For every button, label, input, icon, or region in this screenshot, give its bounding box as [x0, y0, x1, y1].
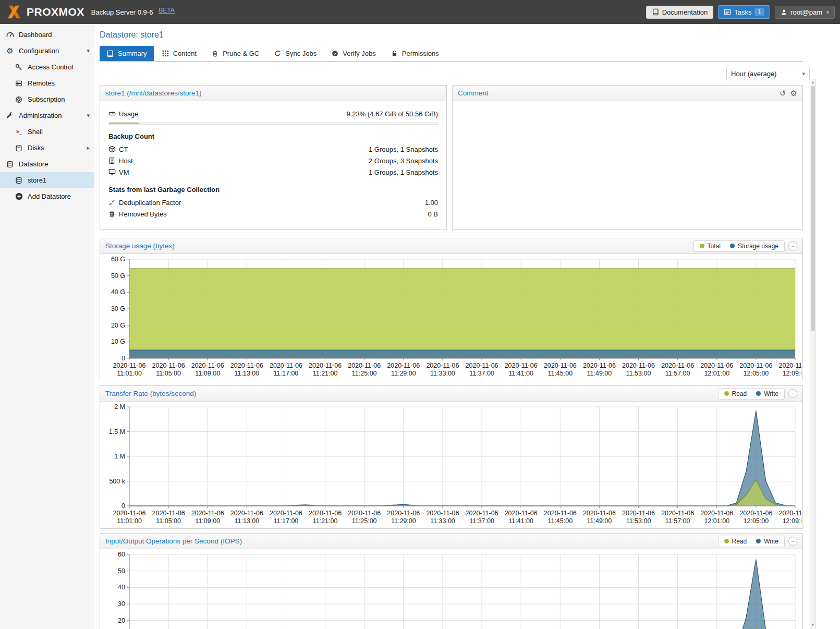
svg-text:2020-11-06: 2020-11-06: [505, 362, 538, 369]
svg-text:2020-11-06: 2020-11-06: [583, 510, 616, 517]
sidebar: Dashboard⚙Configuration▾Access ControlRe…: [0, 24, 94, 629]
sidebar-nav: Dashboard⚙Configuration▾Access ControlRe…: [0, 27, 94, 204]
refresh-icon: [274, 50, 281, 57]
server-icon: [15, 80, 23, 87]
sidebar-item-add-datastore[interactable]: Add Datastore: [0, 188, 94, 204]
svg-text:2020-11-06: 2020-11-06: [191, 510, 224, 517]
svg-text:2020-11-06: 2020-11-06: [309, 362, 342, 369]
legend-dot: [700, 244, 704, 248]
stat-row: Removed Bytes0 B: [108, 208, 438, 220]
sidebar-item-remotes[interactable]: Remotes: [0, 75, 94, 91]
svg-text:11:25:00: 11:25:00: [352, 370, 377, 377]
key-icon: [15, 64, 23, 71]
panel-title: store1 (/mnt/datastores/store1): [105, 89, 202, 97]
tab-bar: SummaryContentPrune & GCSync JobsVerify …: [100, 46, 803, 62]
tab-verify-jobs[interactable]: Verify Jobs: [325, 46, 383, 61]
chart-header: Storage usage (bytes)TotalStorage usage−: [100, 238, 802, 254]
svg-text:2020-11-06: 2020-11-06: [152, 510, 185, 517]
tab-prune-gc[interactable]: Prune & GC: [205, 46, 266, 61]
datastore-summary-body: Usage 9.23% (4.67 GiB of 50.56 GiB) Back…: [100, 101, 446, 229]
chart-body: 0500 k1 M1.5 M2 M2020-11-0611:01:002020-…: [100, 402, 802, 528]
tab-sync-jobs[interactable]: Sync Jobs: [267, 46, 323, 61]
sidebar-item-shell[interactable]: >_Shell: [0, 124, 94, 140]
svg-text:11:33:00: 11:33:00: [430, 370, 455, 377]
storage-usage-chart: 010 G20 G30 G40 G50 G60 G2020-11-0611:01…: [102, 256, 801, 379]
svg-text:11:13:00: 11:13:00: [234, 370, 259, 377]
user-menu-button[interactable]: root@pam ▾: [775, 6, 835, 19]
transfer-rate-chart: 0500 k1 M1.5 M2 M2020-11-0611:01:002020-…: [102, 404, 801, 527]
stat-value: 2 Groups, 3 Snapshots: [369, 157, 438, 165]
host-icon: [108, 157, 118, 164]
tab-summary[interactable]: Summary: [100, 46, 154, 61]
vertical-scrollbar[interactable]: ▲ ▼: [810, 79, 816, 628]
stat-row: Deduplication Factor1.00: [108, 197, 438, 208]
sidebar-item-subscription[interactable]: Subscription: [0, 91, 94, 107]
svg-text:11:57:00: 11:57:00: [665, 517, 690, 525]
sidebar-item-datastore[interactable]: Datastore: [0, 156, 94, 172]
sidebar-item-store1[interactable]: store1: [0, 172, 94, 188]
summary-row: store1 (/mnt/datastores/store1) Usage 9.…: [100, 85, 803, 230]
toolbar: Hour (average) ▾: [94, 67, 810, 80]
comment-settings-button[interactable]: ⚙: [790, 89, 797, 97]
sidebar-item-configuration[interactable]: ⚙Configuration▾: [0, 43, 94, 59]
tasks-button[interactable]: Tasks 1: [718, 5, 770, 19]
svg-text:2020-11-06: 2020-11-06: [387, 510, 420, 517]
scroll-up-arrow[interactable]: ▲: [810, 79, 815, 86]
reload-comment-button[interactable]: ↺: [780, 89, 786, 97]
svg-text:11:21:00: 11:21:00: [313, 517, 338, 525]
collapse-chart-button[interactable]: −: [788, 241, 797, 250]
svg-text:1.5 M: 1.5 M: [109, 428, 125, 436]
chevron-down-icon[interactable]: ▾: [87, 112, 90, 119]
documentation-button[interactable]: Documentation: [646, 6, 713, 19]
top-bar: PROXMOX Backup Server 0.9-6 BETA Documen…: [0, 0, 840, 24]
check-circle-icon: [332, 50, 338, 57]
chart-panel-storage-usage: Storage usage (bytes)TotalStorage usage−…: [100, 238, 803, 381]
sidebar-item-access-control[interactable]: Access Control: [0, 59, 94, 75]
svg-text:11:21:00: 11:21:00: [313, 370, 338, 377]
svg-text:30 G: 30 G: [111, 305, 125, 312]
svg-text:20 G: 20 G: [111, 322, 125, 329]
chart-body: 010 G20 G30 G40 G50 G60 G2020-11-0611:01…: [100, 254, 802, 381]
legend-box: ReadWrite: [718, 388, 785, 400]
svg-text:2020-11-06: 2020-11-06: [739, 362, 772, 369]
scroll-thumb[interactable]: [811, 86, 815, 331]
legend-item: Total: [700, 243, 721, 250]
svg-text:2020-11-06: 2020-11-06: [191, 362, 224, 369]
svg-text:11:37:00: 11:37:00: [469, 517, 494, 525]
scroll-down-arrow[interactable]: ▼: [810, 622, 815, 628]
svg-text:11:53:00: 11:53:00: [626, 370, 651, 377]
sidebar-item-dashboard[interactable]: Dashboard: [0, 27, 94, 43]
svg-text:2020-11-06: 2020-11-06: [230, 510, 263, 517]
compress-icon: [108, 199, 118, 206]
comment-body[interactable]: [453, 101, 802, 229]
chevron-down-icon[interactable]: ▾: [87, 47, 90, 54]
stat-row: VM1 Groups, 1 Snapshots: [108, 166, 438, 178]
trash-icon: [108, 211, 118, 217]
time-range-select[interactable]: Hour (average) ▾: [726, 67, 810, 80]
chevron-right-icon[interactable]: ▸: [87, 144, 90, 151]
tab-content[interactable]: Content: [155, 46, 204, 61]
backup-count-title: Backup Count: [108, 132, 438, 140]
tab-permissions[interactable]: Permissions: [384, 46, 446, 61]
proxmox-brand: PROXMOX Backup Server 0.9-6 BETA: [5, 5, 175, 19]
sidebar-item-disks[interactable]: Disks▸: [0, 140, 94, 156]
usage-value: 9.23% (4.67 GiB of 50.56 GiB): [346, 110, 438, 118]
collapse-chart-button[interactable]: −: [788, 537, 797, 546]
svg-text:20: 20: [118, 617, 125, 624]
svg-text:2020-11-06: 2020-11-06: [426, 510, 459, 517]
unlock-icon: [391, 50, 398, 57]
legend-item: Write: [756, 538, 778, 545]
collapse-chart-button[interactable]: −: [788, 389, 797, 398]
sidebar-item-administration[interactable]: Administration▾: [0, 107, 94, 124]
svg-text:2020-11-06: 2020-11-06: [113, 510, 145, 517]
stat-label: VM: [119, 168, 129, 176]
top-bar-actions: Documentation Tasks 1 root@pam ▾: [646, 5, 835, 19]
svg-text:2020-11-06: 2020-11-06: [700, 362, 733, 369]
svg-text:2020-11-06: 2020-11-06: [778, 510, 801, 517]
tab-label: Sync Jobs: [285, 50, 316, 57]
chart-header: Input/Output Operations per Second (IOPS…: [100, 534, 802, 549]
chart-body: 01020304050602020-11-0611:01:002020-11-0…: [100, 549, 802, 629]
beta-link[interactable]: BETA: [159, 5, 174, 14]
proxmox-logo-icon: [5, 5, 23, 19]
tasks-list-icon: [724, 8, 731, 16]
